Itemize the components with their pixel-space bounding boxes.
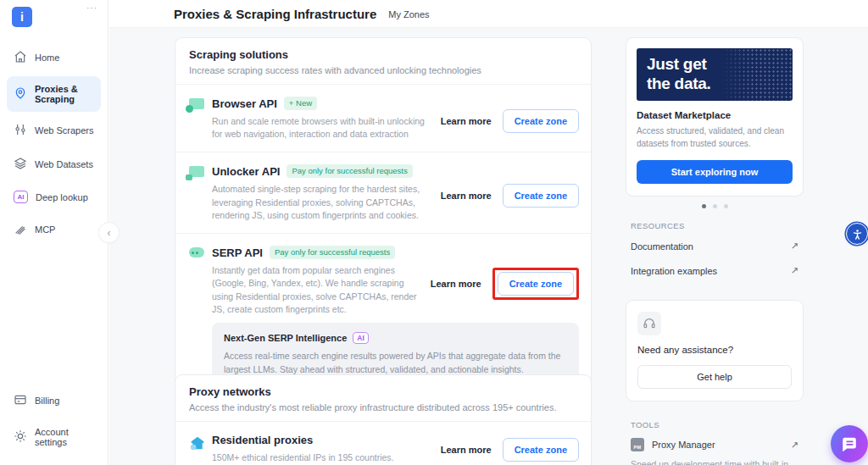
- page-title: Proxies & Scraping Infrastructure: [174, 7, 376, 21]
- external-link-icon: ↗: [791, 440, 798, 451]
- product-name: Browser API: [212, 97, 277, 110]
- learn-more-link[interactable]: Learn more: [431, 279, 481, 289]
- promo-title: Next-Gen SERP Intelligence: [224, 333, 347, 343]
- new-badge: + New: [284, 97, 317, 110]
- sidebar-item-label: Deep lookup: [36, 192, 88, 202]
- section-title: Proxy networks: [189, 385, 577, 398]
- sidebar-item-label: Web Scrapers: [35, 125, 94, 136]
- product-description: Instantly get data from popular search e…: [212, 264, 424, 316]
- sidebar-menu-dots-icon[interactable]: ···: [86, 3, 97, 13]
- learn-more-link[interactable]: Learn more: [441, 445, 492, 455]
- carousel-dots: [626, 204, 804, 208]
- sidebar-bottom: Billing Account settings: [0, 382, 108, 458]
- create-zone-button-serp-api[interactable]: Create zone: [498, 272, 574, 296]
- sidebar-item-home[interactable]: Home: [7, 42, 101, 73]
- section-subtitle: Increase scraping success rates with adv…: [189, 65, 577, 75]
- proxy-manager-icon: PM: [631, 438, 644, 451]
- home-icon: [14, 50, 27, 65]
- sidebar-item-label: Account settings: [35, 427, 94, 447]
- sidebar-item-deep-lookup[interactable]: AI Deep lookup: [7, 183, 101, 211]
- create-zone-button-browser-api[interactable]: Create zone: [503, 109, 579, 133]
- marketplace-title: Dataset Marketplace: [637, 110, 793, 120]
- learn-more-link[interactable]: Learn more: [441, 116, 492, 126]
- sidebar-item-web-datasets[interactable]: Web Datasets: [7, 149, 101, 180]
- pay-per-success-badge: Pay only for successful requests: [287, 164, 412, 178]
- page-header: Proxies & Scraping Infrastructure My Zon…: [109, 0, 868, 28]
- section-title: Scraping solutions: [189, 48, 577, 61]
- headset-icon: [637, 312, 661, 335]
- accessibility-person-icon: [851, 228, 864, 241]
- product-row-browser-api: Browser API + New Run and scale remote b…: [175, 85, 591, 152]
- proxy-networks-card: Proxy networks Access the industry's mos…: [175, 374, 592, 465]
- accessibility-widget-button[interactable]: [846, 223, 868, 245]
- unlocker-api-icon: [189, 164, 212, 222]
- carousel-dot[interactable]: [702, 204, 706, 208]
- product-description: Automated single-step scraping for the h…: [212, 183, 434, 222]
- sidebar-item-account-settings[interactable]: Account settings: [7, 419, 101, 455]
- start-exploring-button[interactable]: Start exploring now: [637, 160, 793, 184]
- product-info: Unlocker API Pay only for successful req…: [212, 164, 441, 222]
- create-zone-button-residential[interactable]: Create zone: [503, 438, 579, 462]
- carousel-dot[interactable]: [713, 204, 717, 208]
- sidebar-item-web-scrapers[interactable]: Web Scrapers: [7, 115, 101, 146]
- mcp-icon: [14, 222, 27, 237]
- sidebar-item-proxies-scraping[interactable]: Proxies & Scraping: [7, 76, 101, 112]
- sidebar-item-label: Web Datasets: [35, 159, 93, 169]
- sidebar-item-label: MCP: [35, 224, 55, 235]
- layers-icon: [14, 157, 27, 172]
- product-name: Unlocker API: [212, 165, 280, 178]
- ai-badge-icon: AI: [14, 191, 28, 203]
- right-panel: Just get the data. Dataset Marketplace A…: [626, 37, 804, 465]
- assistance-text: Need any assistance?: [637, 345, 792, 355]
- browser-api-icon: [189, 97, 212, 141]
- credit-card-icon: [14, 393, 27, 408]
- link-integration-examples[interactable]: Integration examples ↗: [626, 258, 804, 283]
- sidebar-item-label: Proxies & Scraping: [35, 84, 94, 104]
- product-row-unlocker-api: Unlocker API Pay only for successful req…: [175, 152, 591, 234]
- residential-proxies-icon: [189, 434, 212, 464]
- location-pin-icon: [14, 86, 27, 102]
- chevron-left-icon: ‹: [108, 227, 111, 239]
- sidebar-item-mcp[interactable]: MCP: [7, 214, 101, 245]
- tool-name[interactable]: Proxy Manager: [652, 440, 783, 450]
- sidebar-item-label: Billing: [35, 396, 59, 406]
- product-info: Browser API + New Run and scale remote b…: [212, 97, 441, 141]
- scraping-solutions-card: Scraping solutions Increase scraping suc…: [175, 37, 592, 417]
- ai-badge-icon: AI: [353, 332, 369, 344]
- link-label: Documentation: [631, 241, 693, 252]
- scraping-solutions-header: Scraping solutions Increase scraping suc…: [175, 38, 591, 85]
- chat-widget-button[interactable]: [831, 425, 868, 462]
- product-description: 150M+ ethical residential IPs in 195 cou…: [212, 451, 434, 464]
- learn-more-link[interactable]: Learn more: [441, 191, 492, 201]
- tab-my-zones[interactable]: My Zones: [388, 8, 429, 19]
- get-help-button[interactable]: Get help: [637, 365, 792, 389]
- sidebar-collapse-button[interactable]: ‹: [98, 222, 120, 243]
- main-content: Scraping solutions Increase scraping suc…: [109, 28, 868, 465]
- marketplace-banner: Just get the data.: [637, 48, 793, 101]
- sidebar-item-billing[interactable]: Billing: [7, 385, 101, 416]
- serp-api-icon: [189, 246, 212, 316]
- link-documentation[interactable]: Documentation ↗: [626, 234, 804, 258]
- external-link-icon: ↗: [791, 265, 798, 276]
- resources-label: RESOURCES: [631, 221, 804, 230]
- product-name: SERP API: [212, 246, 263, 259]
- external-link-icon: ↗: [791, 241, 798, 252]
- banner-line-2: the data.: [647, 75, 793, 94]
- product-info: SERP API Pay only for successful request…: [212, 246, 431, 316]
- brand-logo[interactable]: i: [12, 7, 32, 27]
- proxy-networks-header: Proxy networks Access the industry's mos…: [175, 375, 591, 422]
- dataset-marketplace-card: Just get the data. Dataset Marketplace A…: [626, 37, 804, 197]
- carousel-dot[interactable]: [724, 204, 728, 208]
- product-row-serp-api: SERP API Pay only for successful request…: [175, 234, 591, 321]
- marketplace-description: Access structured, validated, and clean …: [637, 125, 793, 150]
- app-root: i ··· Home Proxies & Scraping Web Scrape…: [0, 0, 868, 465]
- gear-icon: [14, 429, 27, 445]
- sidebar-nav: Home Proxies & Scraping Web Scrapers Web…: [0, 39, 108, 248]
- product-name: Residential proxies: [212, 434, 313, 446]
- sidebar-item-label: Home: [35, 53, 59, 63]
- promo-description: Access real-time search engine results p…: [224, 350, 567, 377]
- tool-proxy-manager: PM Proxy Manager ↗ Speed up development …: [626, 433, 804, 465]
- create-zone-button-unlocker-api[interactable]: Create zone: [503, 184, 579, 208]
- product-row-residential-proxies: Residential proxies 150M+ ethical reside…: [175, 422, 591, 465]
- section-subtitle: Access the industry's most reliable prox…: [189, 402, 577, 412]
